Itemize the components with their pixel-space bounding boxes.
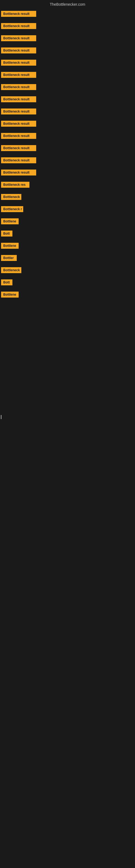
- bottleneck-badge[interactable]: Bottleneck result: [1, 96, 36, 102]
- list-item: Bottleneck result: [0, 130, 135, 142]
- bottleneck-badge[interactable]: Bott: [1, 230, 12, 237]
- list-item: Bottleneck result: [0, 154, 135, 166]
- list-item: Bottleneck result: [0, 81, 135, 93]
- list-item: Bottleneck res: [0, 179, 135, 191]
- bottleneck-badge[interactable]: Bottlene: [1, 291, 18, 298]
- bottleneck-badge[interactable]: Bottleneck result: [1, 133, 36, 139]
- bottleneck-badge[interactable]: Bottleneck result: [1, 35, 36, 41]
- bottleneck-badge[interactable]: Bottleneck: [1, 194, 21, 200]
- bottleneck-badge[interactable]: Bottleneck r: [1, 206, 23, 212]
- bottleneck-badge[interactable]: Bottleneck: [1, 267, 21, 273]
- list-item: Bottleneck result: [0, 69, 135, 81]
- list-item: Bottler: [0, 252, 135, 264]
- list-item: Bottleneck result: [0, 32, 135, 44]
- list-item: Bottleneck result: [0, 166, 135, 179]
- list-item: Bottleneck r: [0, 203, 135, 215]
- list-item: Bottleneck: [0, 191, 135, 203]
- list-item: Bottleneck result: [0, 8, 135, 20]
- list-item: Bott: [0, 276, 135, 288]
- list-item: Bottleneck result: [0, 56, 135, 69]
- list-item: Bottleneck result: [0, 44, 135, 56]
- bottleneck-badge[interactable]: Bottleneck result: [1, 23, 36, 29]
- list-item: Bottleneck result: [0, 118, 135, 130]
- bottleneck-badge[interactable]: Bottler: [1, 255, 17, 261]
- bottleneck-badge[interactable]: Bottleneck result: [1, 84, 36, 90]
- cursor-marker: |: [1, 414, 2, 420]
- bottleneck-badge[interactable]: Bottleneck result: [1, 60, 36, 66]
- bottleneck-badge[interactable]: Bottleneck result: [1, 11, 36, 17]
- list-item: Bottlene: [0, 288, 135, 301]
- list-item: Bottleneck result: [0, 105, 135, 118]
- bottleneck-badge[interactable]: Bottleneck result: [1, 48, 36, 54]
- list-item: Bottleneck result: [0, 93, 135, 105]
- bottleneck-badge[interactable]: Bottlene: [1, 243, 18, 249]
- list-item: Bottleneck result: [0, 20, 135, 32]
- site-title: TheBottlenecker.com: [0, 0, 135, 8]
- list-item: Bottlene: [0, 215, 135, 227]
- list-item: Bottleneck: [0, 264, 135, 276]
- bottleneck-badge[interactable]: Bottleneck res: [1, 182, 30, 188]
- bottleneck-badge[interactable]: Bottleneck result: [1, 157, 36, 163]
- bottleneck-badge[interactable]: Bottleneck result: [1, 108, 36, 115]
- bottleneck-badge[interactable]: Bottleneck result: [1, 169, 36, 176]
- list-item: Bottlene: [0, 240, 135, 252]
- list-item: Bott: [0, 227, 135, 240]
- bottleneck-badge[interactable]: Bott: [1, 279, 12, 285]
- bottleneck-badge[interactable]: Bottleneck result: [1, 145, 36, 151]
- page-wrapper: TheBottlenecker.com Bottleneck resultBot…: [0, 0, 135, 653]
- bottleneck-badge[interactable]: Bottlene: [1, 218, 18, 224]
- list-item: Bottleneck result: [0, 142, 135, 154]
- bottleneck-badge[interactable]: Bottleneck result: [1, 72, 36, 78]
- bottleneck-badge[interactable]: Bottleneck result: [1, 121, 36, 127]
- bottleneck-list: Bottleneck resultBottleneck resultBottle…: [0, 8, 135, 301]
